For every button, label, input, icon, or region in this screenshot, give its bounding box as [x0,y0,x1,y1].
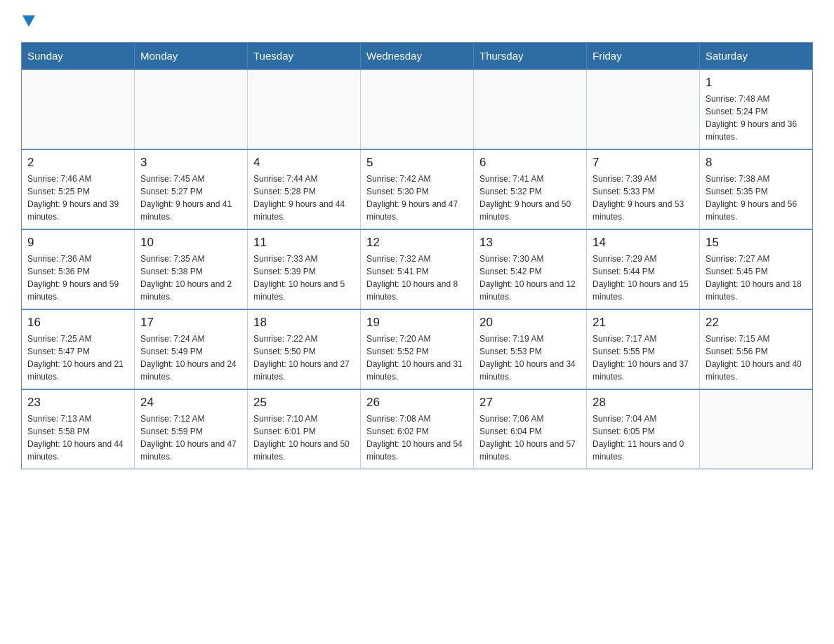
day-info: Sunrise: 7:39 AMSunset: 5:33 PMDaylight:… [593,173,694,223]
week-row-0: 1Sunrise: 7:48 AMSunset: 5:24 PMDaylight… [22,69,813,149]
calendar-cell [587,69,700,149]
day-number: 1 [706,76,807,90]
calendar-cell: 6Sunrise: 7:41 AMSunset: 5:32 PMDaylight… [474,149,587,229]
day-number: 9 [27,236,128,250]
day-number: 11 [253,236,355,250]
header-cell-sunday: Sunday [22,43,135,70]
day-number: 24 [140,396,241,410]
calendar-body: 1Sunrise: 7:48 AMSunset: 5:24 PMDaylight… [22,69,813,469]
day-number: 3 [140,156,241,170]
day-info: Sunrise: 7:27 AMSunset: 5:45 PMDaylight:… [706,253,807,303]
header-cell-thursday: Thursday [474,43,587,70]
day-info: Sunrise: 7:30 AMSunset: 5:42 PMDaylight:… [479,253,581,303]
header-cell-friday: Friday [587,43,700,70]
calendar-cell [135,69,248,149]
day-info: Sunrise: 7:17 AMSunset: 5:55 PMDaylight:… [593,333,694,383]
calendar-cell: 1Sunrise: 7:48 AMSunset: 5:24 PMDaylight… [700,69,813,149]
calendar-cell: 3Sunrise: 7:45 AMSunset: 5:27 PMDaylight… [135,149,248,229]
calendar-cell: 10Sunrise: 7:35 AMSunset: 5:38 PMDayligh… [135,229,248,309]
day-number: 17 [140,316,241,330]
calendar-table: SundayMondayTuesdayWednesdayThursdayFrid… [21,42,813,469]
calendar-cell: 26Sunrise: 7:08 AMSunset: 6:02 PMDayligh… [361,389,474,469]
day-number: 26 [366,396,468,410]
day-number: 7 [593,156,694,170]
day-info: Sunrise: 7:06 AMSunset: 6:04 PMDaylight:… [479,412,581,463]
day-number: 6 [479,156,581,170]
svg-marker-0 [22,15,35,27]
calendar-cell [22,69,135,149]
day-number: 22 [706,316,807,330]
calendar-cell: 28Sunrise: 7:04 AMSunset: 6:05 PMDayligh… [587,389,700,469]
calendar-cell: 15Sunrise: 7:27 AMSunset: 5:45 PMDayligh… [700,229,813,309]
logo [21,14,35,28]
day-info: Sunrise: 7:41 AMSunset: 5:32 PMDaylight:… [479,173,581,223]
header-cell-tuesday: Tuesday [248,43,361,70]
week-row-2: 9Sunrise: 7:36 AMSunset: 5:36 PMDaylight… [22,229,813,309]
calendar-cell [474,69,587,149]
week-row-1: 2Sunrise: 7:46 AMSunset: 5:25 PMDaylight… [22,149,813,229]
calendar-cell [700,389,813,469]
day-number: 5 [366,156,468,170]
day-number: 19 [366,316,468,330]
day-info: Sunrise: 7:33 AMSunset: 5:39 PMDaylight:… [253,253,355,303]
day-number: 2 [27,156,128,170]
day-info: Sunrise: 7:20 AMSunset: 5:52 PMDaylight:… [366,333,468,383]
day-info: Sunrise: 7:38 AMSunset: 5:35 PMDaylight:… [706,173,807,223]
day-info: Sunrise: 7:12 AMSunset: 5:59 PMDaylight:… [140,412,241,463]
day-info: Sunrise: 7:35 AMSunset: 5:38 PMDaylight:… [140,253,241,303]
day-number: 25 [253,396,355,410]
calendar-cell: 27Sunrise: 7:06 AMSunset: 6:04 PMDayligh… [474,389,587,469]
day-info: Sunrise: 7:29 AMSunset: 5:44 PMDaylight:… [593,253,694,303]
logo-triangle-icon [22,15,35,28]
day-number: 15 [706,236,807,250]
calendar-cell: 22Sunrise: 7:15 AMSunset: 5:56 PMDayligh… [700,309,813,389]
calendar-cell: 17Sunrise: 7:24 AMSunset: 5:49 PMDayligh… [135,309,248,389]
day-info: Sunrise: 7:25 AMSunset: 5:47 PMDaylight:… [27,333,128,383]
day-info: Sunrise: 7:04 AMSunset: 6:05 PMDaylight:… [593,412,694,463]
day-number: 20 [479,316,581,330]
day-info: Sunrise: 7:24 AMSunset: 5:49 PMDaylight:… [140,333,241,383]
calendar-header: SundayMondayTuesdayWednesdayThursdayFrid… [22,43,813,70]
calendar-cell: 13Sunrise: 7:30 AMSunset: 5:42 PMDayligh… [474,229,587,309]
header-cell-wednesday: Wednesday [361,43,474,70]
day-info: Sunrise: 7:13 AMSunset: 5:58 PMDaylight:… [27,412,128,463]
calendar-cell: 20Sunrise: 7:19 AMSunset: 5:53 PMDayligh… [474,309,587,389]
header-cell-saturday: Saturday [700,43,813,70]
day-number: 16 [27,316,128,330]
day-info: Sunrise: 7:46 AMSunset: 5:25 PMDaylight:… [27,173,128,223]
calendar-cell: 21Sunrise: 7:17 AMSunset: 5:55 PMDayligh… [587,309,700,389]
calendar-cell [248,69,361,149]
calendar-cell: 19Sunrise: 7:20 AMSunset: 5:52 PMDayligh… [361,309,474,389]
calendar-cell: 25Sunrise: 7:10 AMSunset: 6:01 PMDayligh… [248,389,361,469]
day-info: Sunrise: 7:08 AMSunset: 6:02 PMDaylight:… [366,412,468,463]
calendar-cell: 5Sunrise: 7:42 AMSunset: 5:30 PMDaylight… [361,149,474,229]
calendar-cell: 23Sunrise: 7:13 AMSunset: 5:58 PMDayligh… [22,389,135,469]
day-number: 4 [253,156,355,170]
day-info: Sunrise: 7:42 AMSunset: 5:30 PMDaylight:… [366,173,468,223]
day-number: 10 [140,236,241,250]
day-info: Sunrise: 7:45 AMSunset: 5:27 PMDaylight:… [140,173,241,223]
day-number: 27 [479,396,581,410]
day-number: 21 [593,316,694,330]
calendar-cell: 4Sunrise: 7:44 AMSunset: 5:28 PMDaylight… [248,149,361,229]
calendar-cell: 16Sunrise: 7:25 AMSunset: 5:47 PMDayligh… [22,309,135,389]
day-info: Sunrise: 7:48 AMSunset: 5:24 PMDaylight:… [706,93,807,143]
day-number: 13 [479,236,581,250]
header-row: SundayMondayTuesdayWednesdayThursdayFrid… [22,43,813,70]
day-info: Sunrise: 7:44 AMSunset: 5:28 PMDaylight:… [253,173,355,223]
calendar-cell: 11Sunrise: 7:33 AMSunset: 5:39 PMDayligh… [248,229,361,309]
page-header [21,14,813,28]
calendar-cell [361,69,474,149]
week-row-3: 16Sunrise: 7:25 AMSunset: 5:47 PMDayligh… [22,309,813,389]
day-info: Sunrise: 7:22 AMSunset: 5:50 PMDaylight:… [253,333,355,383]
week-row-4: 23Sunrise: 7:13 AMSunset: 5:58 PMDayligh… [22,389,813,469]
day-number: 14 [593,236,694,250]
calendar-cell: 7Sunrise: 7:39 AMSunset: 5:33 PMDaylight… [587,149,700,229]
day-number: 23 [27,396,128,410]
day-number: 8 [706,156,807,170]
calendar-cell: 12Sunrise: 7:32 AMSunset: 5:41 PMDayligh… [361,229,474,309]
day-info: Sunrise: 7:32 AMSunset: 5:41 PMDaylight:… [366,253,468,303]
header-cell-monday: Monday [135,43,248,70]
calendar-cell: 8Sunrise: 7:38 AMSunset: 5:35 PMDaylight… [700,149,813,229]
day-info: Sunrise: 7:15 AMSunset: 5:56 PMDaylight:… [706,333,807,383]
